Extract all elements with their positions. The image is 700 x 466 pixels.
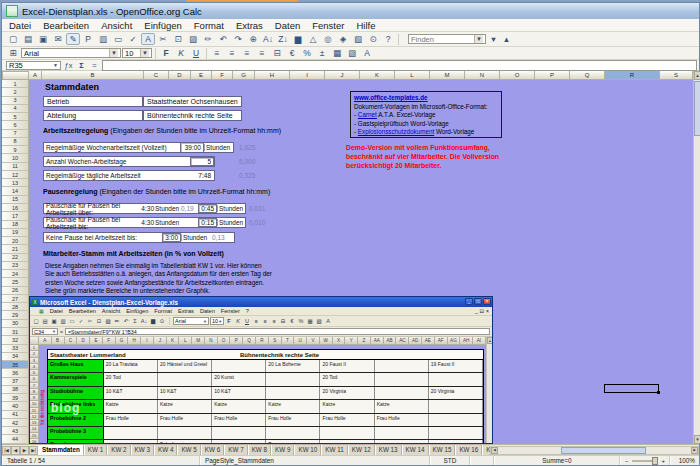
copy-icon[interactable]: ⊡ bbox=[171, 33, 185, 45]
align-right-icon[interactable]: ≡ bbox=[240, 47, 254, 59]
row-header-7[interactable]: 7 bbox=[2, 130, 29, 138]
row-header-25[interactable]: 25 bbox=[2, 278, 29, 286]
column-header-C[interactable]: C bbox=[144, 71, 169, 80]
sheet-tab-kw-15[interactable]: KW 15 bbox=[429, 445, 456, 455]
background-color-icon[interactable]: ▨ bbox=[345, 47, 359, 59]
menu-item-einf-gen[interactable]: Einfügen bbox=[144, 20, 182, 31]
horizontal-scrollbar[interactable]: ◀ ▶ bbox=[490, 446, 699, 455]
edit-file-icon[interactable]: ✎ bbox=[66, 33, 80, 45]
auto-spellcheck-icon[interactable]: A bbox=[141, 33, 155, 45]
status-selection-mode[interactable]: STD bbox=[430, 456, 470, 465]
currency-format-icon[interactable]: € bbox=[285, 47, 299, 59]
underline-button[interactable]: U bbox=[189, 47, 203, 59]
row-header-17[interactable]: 17 bbox=[2, 212, 29, 220]
row-header-39[interactable]: 39 bbox=[2, 394, 29, 402]
pause-ueber-row[interactable]: Pauschale für Pausen bei Arbeitszeit übe… bbox=[43, 203, 246, 214]
undo-icon[interactable]: ↶ bbox=[216, 33, 230, 45]
column-header-B[interactable]: B bbox=[42, 71, 144, 80]
sheet-tab-kw-9[interactable]: KW 9 bbox=[271, 445, 294, 455]
format-paintbrush-icon[interactable]: ✏ bbox=[201, 33, 215, 45]
menu-item-format[interactable]: Format bbox=[194, 20, 224, 31]
column-header-O[interactable]: O bbox=[500, 71, 535, 80]
arbeitstage-row[interactable]: Anzahl Wochen-Arbeitstage 5 bbox=[43, 156, 215, 167]
function-wizard-icon[interactable]: ƒx bbox=[63, 59, 74, 71]
show-draw-functions-icon[interactable]: △ bbox=[306, 33, 320, 45]
sheet-tab-kw-16[interactable]: KW 16 bbox=[455, 445, 482, 455]
sheet-tab-kw-1[interactable]: KW 1 bbox=[84, 445, 107, 455]
insert-chart-icon[interactable]: ▆ bbox=[291, 33, 305, 45]
row-header-33[interactable]: 33 bbox=[2, 345, 29, 353]
zoom-slider[interactable]: −+ bbox=[620, 456, 670, 465]
sheet-tab-kw-13[interactable]: KW 13 bbox=[375, 445, 402, 455]
sheet-tab-kw-12[interactable]: KW 12 bbox=[348, 445, 375, 455]
open-icon[interactable]: ▤ bbox=[21, 33, 35, 45]
row-header-28[interactable]: 28 bbox=[2, 303, 29, 311]
betrieb-label-cell[interactable]: Betrieb bbox=[43, 96, 143, 107]
row-header-8[interactable]: 8 bbox=[2, 138, 29, 146]
abteilung-label-cell[interactable]: Abteilung bbox=[43, 110, 143, 121]
taegliche-arbeitszeit-row[interactable]: Regelmäßige tägliche Arbeitszeit 7:48 bbox=[43, 170, 215, 181]
row-header-34[interactable]: 34 bbox=[2, 353, 29, 361]
equals-icon[interactable]: = bbox=[89, 59, 100, 71]
sort-ascending-icon[interactable]: A↓ bbox=[261, 33, 275, 45]
row-header-16[interactable]: 16 bbox=[2, 204, 29, 212]
column-header-M[interactable]: M bbox=[430, 71, 465, 80]
menu-item-bearbeiten[interactable]: Bearbeiten bbox=[43, 20, 89, 31]
cut-icon[interactable]: ✂ bbox=[156, 33, 170, 45]
paste-icon[interactable]: ▨ bbox=[186, 33, 200, 45]
column-header-F[interactable]: F bbox=[212, 71, 233, 80]
sheet-tab-kw-6[interactable]: KW 6 bbox=[201, 445, 224, 455]
sheet-tab-kw-10[interactable]: KW 10 bbox=[294, 445, 321, 455]
row-header-21[interactable]: 21 bbox=[2, 245, 29, 253]
hyperlink-icon[interactable]: ⊕ bbox=[246, 33, 260, 45]
add-decimal-icon[interactable]: ± bbox=[315, 47, 329, 59]
row-header-5[interactable]: 5 bbox=[2, 113, 29, 121]
column-header-P[interactable]: P bbox=[535, 71, 570, 80]
row-header-15[interactable]: 15 bbox=[2, 196, 29, 204]
find-replace-icon[interactable]: ◎ bbox=[321, 33, 335, 45]
row-header-1[interactable]: 1 bbox=[2, 80, 29, 88]
find-previous-icon[interactable]: ▲ bbox=[501, 33, 512, 45]
info-box-link[interactable]: Carnet bbox=[358, 111, 377, 118]
redo-icon[interactable]: ↷ bbox=[231, 33, 245, 45]
sheet-tab-stammdaten[interactable]: Stammdaten bbox=[38, 445, 84, 455]
row-header-26[interactable]: 26 bbox=[2, 287, 29, 295]
sheet-tab-kw-7[interactable]: KW 7 bbox=[224, 445, 247, 455]
row-header-24[interactable]: 24 bbox=[2, 270, 29, 278]
row-header-20[interactable]: 20 bbox=[2, 237, 29, 245]
column-header-A[interactable]: A bbox=[29, 71, 42, 80]
info-box-link[interactable]: Explosionsschutzdokument bbox=[358, 128, 434, 135]
row-header-44[interactable]: 44 bbox=[2, 435, 29, 443]
sheet-tab-kw-14[interactable]: KW 14 bbox=[402, 445, 429, 455]
row-header-42[interactable]: 42 bbox=[2, 419, 29, 427]
zoom-level[interactable]: 100% bbox=[670, 456, 699, 465]
row-header-2[interactable]: 2 bbox=[2, 88, 29, 96]
help-icon[interactable]: ? bbox=[381, 33, 395, 45]
tab-nav-previous-icon[interactable]: ◀ bbox=[11, 446, 20, 455]
select-all-corner[interactable] bbox=[2, 71, 29, 80]
row-header-6[interactable]: 6 bbox=[2, 121, 29, 129]
find-next-icon[interactable]: ▼ bbox=[488, 33, 499, 45]
row-header-40[interactable]: 40 bbox=[2, 402, 29, 410]
column-header-E[interactable]: E bbox=[191, 71, 212, 80]
row-header-13[interactable]: 13 bbox=[2, 179, 29, 187]
embedded-excel-screenshot[interactable]: X Microsoft Excel - Dienstplan-Excel-Vor… bbox=[29, 296, 493, 444]
tab-nav-next-icon[interactable]: ▶ bbox=[20, 446, 29, 455]
row-header-31[interactable]: 31 bbox=[2, 328, 29, 336]
sheet-area[interactable]: Stammdaten Betrieb Staatstheater Ochsenh… bbox=[29, 80, 693, 444]
sheet-tab-kw-4[interactable]: KW 4 bbox=[154, 445, 177, 455]
menu-item-daten[interactable]: Daten bbox=[275, 20, 300, 31]
column-header-I[interactable]: I bbox=[290, 71, 325, 80]
sheet-tab-kw-2[interactable]: KW 2 bbox=[107, 445, 130, 455]
title-bar[interactable]: Excel-Dienstplan.xls - OpenOffice.org Ca… bbox=[2, 3, 699, 19]
borders-icon[interactable]: ▦ bbox=[330, 47, 344, 59]
font-name-select[interactable]: Arial▼ bbox=[21, 48, 121, 58]
row-header-11[interactable]: 11 bbox=[2, 163, 29, 171]
styles-icon[interactable]: ⊞ bbox=[6, 47, 20, 59]
betrieb-value-cell[interactable]: Staatstheater Ochsenhausen bbox=[143, 96, 242, 107]
sort-descending-icon[interactable]: Z↓ bbox=[276, 33, 290, 45]
row-header-22[interactable]: 22 bbox=[2, 254, 29, 262]
sheet-tab-kw-3[interactable]: KW 3 bbox=[131, 445, 154, 455]
row-header-19[interactable]: 19 bbox=[2, 229, 29, 237]
sheet-tab-kw-17[interactable]: KW 17 bbox=[482, 445, 490, 455]
